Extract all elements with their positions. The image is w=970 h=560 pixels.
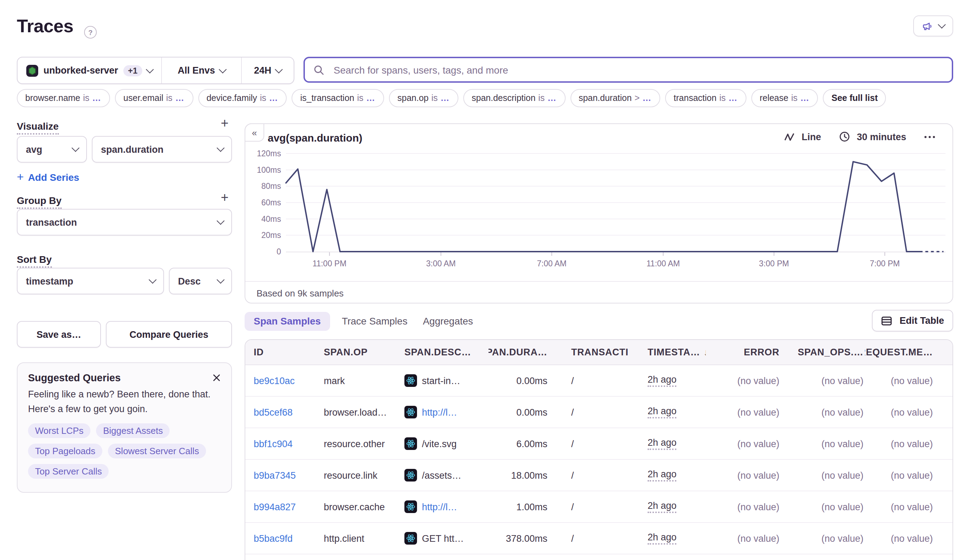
span-duration-value: 0.00ms bbox=[516, 375, 547, 386]
tab-span-samples[interactable]: Span Samples bbox=[245, 312, 330, 330]
see-full-list-button[interactable]: See full list bbox=[823, 89, 886, 107]
suggested-query-chip[interactable]: Top Pageloads bbox=[28, 444, 102, 458]
chart-type-button[interactable]: Line bbox=[784, 132, 821, 142]
project-selector[interactable]: unborked-server +1 bbox=[18, 57, 161, 83]
react-project-icon bbox=[404, 500, 417, 513]
timestamp-value[interactable]: 2h ago bbox=[648, 374, 677, 387]
chip-key: span.duration bbox=[578, 93, 632, 103]
suggested-query-chip[interactable]: Biggest Assets bbox=[96, 423, 170, 438]
timestamp-value[interactable]: 2h ago bbox=[648, 532, 677, 545]
whats-new-button[interactable] bbox=[913, 15, 953, 37]
span-ops-value: (no value) bbox=[822, 407, 863, 417]
column-header[interactable]: TRANSACTI… bbox=[552, 347, 629, 357]
chip-value: … bbox=[642, 93, 652, 103]
chip-value: … bbox=[800, 93, 810, 103]
suggested-query-chip[interactable]: Slowest Server Calls bbox=[108, 444, 206, 458]
span-description-value[interactable]: http://l… bbox=[422, 407, 457, 417]
span-description-value[interactable]: http://l… bbox=[422, 502, 457, 512]
filter-chip[interactable]: span.descriptionis… bbox=[463, 89, 565, 107]
filter-chip[interactable]: device.familyis… bbox=[198, 89, 287, 107]
table-row[interactable]: b994a827browser.cachehttp://l…1.00ms/2h … bbox=[245, 491, 952, 523]
project-platform-icon bbox=[26, 64, 38, 77]
interval-button[interactable]: 30 minutes bbox=[839, 131, 906, 142]
clock-icon bbox=[839, 131, 852, 142]
add-group-by-button[interactable]: + bbox=[221, 192, 228, 203]
group-by-label: Group By bbox=[17, 195, 62, 209]
filter-chip[interactable]: span.duration>… bbox=[570, 89, 660, 107]
span-id-link[interactable]: b994a827 bbox=[254, 502, 296, 512]
table-row[interactable]: b41bfb26resource.ifra…https://…276.00ms/… bbox=[245, 554, 952, 560]
chevron-down-icon bbox=[275, 65, 282, 73]
span-id-link[interactable]: bbf1c904 bbox=[254, 438, 293, 449]
span-op-value: resource.link bbox=[324, 470, 377, 480]
environment-selector[interactable]: All Envs bbox=[162, 57, 241, 83]
group-by-dropdown[interactable]: transaction bbox=[17, 209, 232, 235]
svg-text:3:00 PM: 3:00 PM bbox=[759, 259, 789, 268]
column-header[interactable]: TIMESTA…↓ bbox=[629, 347, 706, 357]
tab-trace-samples[interactable]: Trace Samples bbox=[338, 315, 411, 327]
close-icon[interactable] bbox=[211, 372, 222, 383]
filter-chip[interactable]: user.emailis… bbox=[115, 89, 193, 107]
span-id-link[interactable]: be9c10ac bbox=[254, 375, 295, 386]
chip-value: … bbox=[728, 93, 738, 103]
table-cell: (no value) bbox=[706, 407, 781, 417]
column-header[interactable]: SPAN.DURA… bbox=[488, 347, 552, 357]
tab-aggregates[interactable]: Aggregates bbox=[420, 315, 477, 327]
aggregate-dropdown[interactable]: avg bbox=[17, 136, 87, 163]
filter-chip[interactable]: transactionis… bbox=[665, 89, 746, 107]
compare-queries-button[interactable]: Compare Queries bbox=[106, 321, 232, 348]
filter-chip[interactable]: is_transactionis… bbox=[292, 89, 384, 107]
error-value: (no value) bbox=[737, 438, 779, 449]
edit-table-button[interactable]: Edit Table bbox=[872, 310, 953, 332]
column-header[interactable]: SPAN.DESC… bbox=[394, 347, 488, 357]
sort-direction-dropdown[interactable]: Desc bbox=[169, 268, 232, 294]
column-header[interactable]: REQUEST.ME… bbox=[865, 347, 952, 357]
table-row[interactable]: b9ba7345resource.link/assets…18.00ms/2h … bbox=[245, 460, 952, 491]
field-dropdown[interactable]: span.duration bbox=[92, 136, 232, 163]
date-range-value: 24H bbox=[254, 65, 272, 76]
sort-field-dropdown[interactable]: timestamp bbox=[17, 268, 164, 294]
add-series-button[interactable]: + Add Series bbox=[17, 170, 79, 184]
span-id-link[interactable]: bd5cef68 bbox=[254, 407, 293, 417]
column-header[interactable]: SPAN.OP bbox=[315, 347, 394, 357]
transaction-value: / bbox=[571, 533, 574, 543]
sort-direction-value: Desc bbox=[178, 276, 201, 286]
suggested-query-chip[interactable]: Worst LCPs bbox=[28, 423, 90, 438]
filter-chip[interactable]: releaseis… bbox=[751, 89, 818, 107]
traces-page: Traces ? unborked-server +1 All Envs bbox=[0, 0, 970, 560]
table-cell: be9c10ac bbox=[245, 375, 315, 386]
filter-chip[interactable]: browser.nameis… bbox=[17, 89, 110, 107]
table-cell: resource.other bbox=[315, 438, 394, 449]
table-row[interactable]: bbf1c904resource.other/vite.svg6.00ms/2h… bbox=[245, 428, 952, 460]
timestamp-value[interactable]: 2h ago bbox=[648, 469, 677, 482]
column-header[interactable]: SPAN_OPS.… bbox=[781, 347, 865, 357]
help-icon[interactable]: ? bbox=[84, 26, 97, 38]
chart-menu-button[interactable] bbox=[925, 136, 935, 138]
span-op-value: browser.cache bbox=[324, 502, 385, 512]
error-value: (no value) bbox=[737, 407, 779, 417]
table-row[interactable]: b5bac9fdhttp.clientGET htt…378.00ms/2h a… bbox=[245, 523, 952, 554]
filter-chip[interactable]: span.opis… bbox=[389, 89, 458, 107]
span-id-link[interactable]: b5bac9fd bbox=[254, 533, 293, 543]
column-header[interactable]: ID bbox=[245, 347, 315, 357]
table-cell: 18.00ms bbox=[488, 470, 552, 480]
span-id-link[interactable]: b9ba7345 bbox=[254, 470, 296, 480]
transaction-value: / bbox=[571, 470, 574, 480]
chip-key: transaction bbox=[673, 93, 716, 103]
timestamp-value[interactable]: 2h ago bbox=[648, 500, 677, 513]
table-row[interactable]: be9c10acmarkstart-in…0.00ms/2h ago(no va… bbox=[245, 365, 952, 397]
save-as-button[interactable]: Save as… bbox=[17, 321, 101, 348]
suggested-query-chip[interactable]: Top Server Calls bbox=[28, 464, 109, 479]
table-row[interactable]: bd5cef68browser.load…http://l…0.00ms/2h … bbox=[245, 397, 952, 428]
timestamp-value[interactable]: 2h ago bbox=[648, 437, 677, 450]
timestamp-value[interactable]: 2h ago bbox=[648, 406, 677, 418]
add-visualize-button[interactable]: + bbox=[221, 118, 228, 129]
table-cell: 2h ago bbox=[629, 437, 706, 450]
search-input[interactable] bbox=[332, 63, 943, 76]
environment-value: All Envs bbox=[178, 65, 215, 76]
collapse-sidebar-button[interactable]: « bbox=[245, 123, 264, 142]
date-range-selector[interactable]: 24H bbox=[242, 57, 294, 83]
column-header[interactable]: ERROR bbox=[706, 347, 781, 357]
chip-operator: is bbox=[720, 93, 726, 103]
plus-icon: + bbox=[17, 170, 24, 184]
